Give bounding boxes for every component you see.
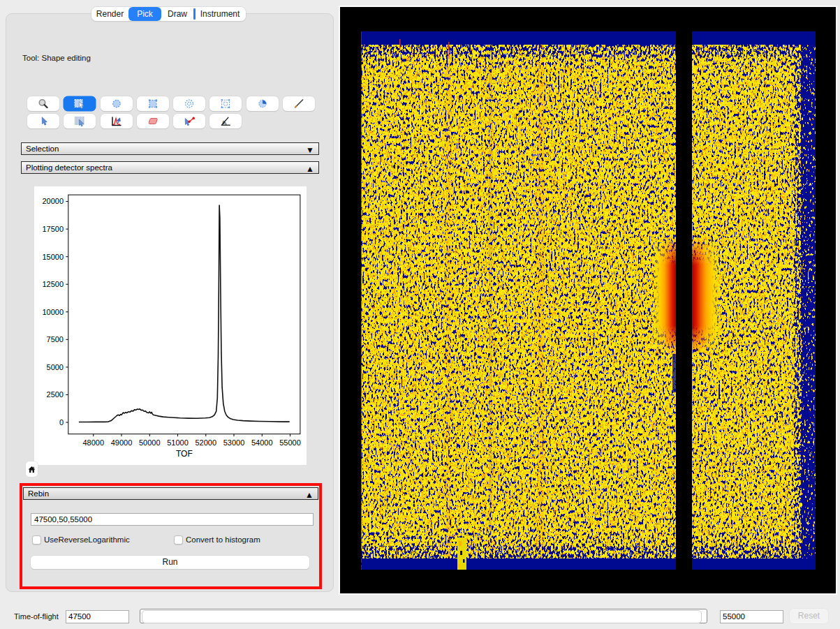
svg-text:θ: θ	[223, 120, 226, 125]
svg-text:12500: 12500	[42, 280, 64, 288]
svg-text:7500: 7500	[47, 335, 64, 343]
svg-text:15000: 15000	[42, 253, 64, 261]
svg-text:54000: 54000	[251, 438, 273, 447]
svg-text:10000: 10000	[42, 308, 64, 316]
svg-text:55000: 55000	[279, 438, 301, 447]
svg-text:50000: 50000	[139, 438, 161, 447]
svg-text:TOF: TOF	[176, 449, 193, 459]
svg-text:2500: 2500	[47, 390, 64, 399]
svg-text:51000: 51000	[167, 438, 189, 447]
svg-text:5000: 5000	[47, 363, 64, 371]
svg-text:0: 0	[59, 418, 64, 427]
svg-text:20000: 20000	[42, 197, 64, 205]
svg-text:48000: 48000	[83, 438, 105, 447]
svg-text:17500: 17500	[42, 225, 64, 233]
svg-text:49000: 49000	[111, 438, 133, 447]
svg-text:52000: 52000	[196, 438, 217, 447]
svg-text:53000: 53000	[223, 438, 245, 447]
